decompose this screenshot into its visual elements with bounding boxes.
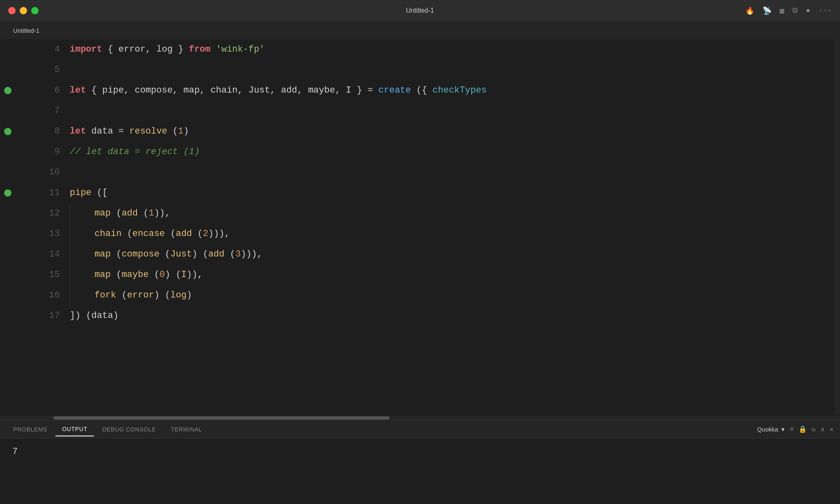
close-panel-icon[interactable]: ✕ <box>829 425 833 434</box>
list-icon[interactable]: ≡ <box>790 426 794 433</box>
code-line-15: map ( maybe ( 0 ) ( I ) ) , <box>70 265 834 285</box>
breakpoint-line11[interactable] <box>4 189 11 197</box>
horizontal-scrollbar-thumb[interactable] <box>53 416 390 420</box>
chevron-up-icon[interactable]: ∧ <box>821 425 825 434</box>
breakpoint-line6[interactable] <box>4 87 11 94</box>
code-line-12: map ( add ( 1 ) ) , <box>70 203 834 224</box>
horizontal-scrollbar-area <box>0 416 840 420</box>
flame-icon[interactable]: 🔥 <box>745 6 754 15</box>
close-button[interactable] <box>8 7 16 14</box>
breakpoint-line8[interactable] <box>4 128 11 135</box>
editor-area: 4 5 6 7 8 9 10 11 12 13 14 15 16 17 impo… <box>0 39 840 415</box>
refresh-icon[interactable]: ↻ <box>812 425 816 434</box>
code-line-17: ] ) ( data ) <box>70 306 834 326</box>
code-line-14: map ( compose ( Just ) ( add ( 3 ) ) ) , <box>70 244 834 265</box>
title-bar: Untitled-1 🔥 📡 ▦ ⧉ ● ··· <box>0 0 840 21</box>
minimize-button[interactable] <box>20 7 27 14</box>
code-line-5 <box>70 60 834 80</box>
code-line-11: pipe ( [ <box>70 183 834 203</box>
tab-debug-console[interactable]: DEBUG CONSOLE <box>96 423 162 436</box>
split-icon[interactable]: ⧉ <box>792 7 798 15</box>
bottom-panel: PROBLEMS OUTPUT DEBUG CONSOLE TERMINAL Q… <box>0 420 840 504</box>
maximize-button[interactable] <box>31 7 39 14</box>
code-content[interactable]: import { error, log } from 'wink-fp' let… <box>70 39 834 415</box>
window-title: Untitled-1 <box>406 7 434 14</box>
chevron-down-icon: ▾ <box>781 426 785 433</box>
panel-content: 7 <box>0 438 840 504</box>
circle-icon: ● <box>806 7 810 15</box>
tab-terminal[interactable]: TERMINAL <box>164 423 208 436</box>
traffic-lights <box>8 7 39 14</box>
editor-tab[interactable]: Untitled-1 <box>7 24 46 37</box>
vertical-scrollbar[interactable] <box>834 39 840 415</box>
code-line-6: let { pipe, compose, map, chain, Just, a… <box>70 80 834 101</box>
code-line-9: // let data = reject (1) <box>70 142 834 162</box>
dropdown-label: Quokka <box>757 426 778 433</box>
code-line-10 <box>70 162 834 183</box>
output-source-dropdown[interactable]: Quokka ▾ <box>757 426 785 433</box>
output-number: 7 <box>12 447 18 457</box>
broadcast-icon[interactable]: 📡 <box>762 6 772 15</box>
code-line-4: import { error, log } from 'wink-fp' <box>70 39 834 60</box>
code-line-8: let data = resolve ( 1 ) <box>70 121 834 142</box>
panel-actions: Quokka ▾ ≡ 🔒 ↻ ∧ ✕ <box>757 425 833 434</box>
code-line-13: chain ( encase ( add ( 2 ) ) ) , <box>70 224 834 244</box>
tab-output[interactable]: OUTPUT <box>55 422 94 436</box>
layout-icon[interactable]: ▦ <box>780 6 784 15</box>
panel-tabs: PROBLEMS OUTPUT DEBUG CONSOLE TERMINAL Q… <box>0 420 840 438</box>
code-line-7 <box>70 101 834 121</box>
tab-problems[interactable]: PROBLEMS <box>7 423 54 436</box>
lock-icon[interactable]: 🔒 <box>799 425 807 434</box>
title-bar-actions: 🔥 📡 ▦ ⧉ ● ··· <box>745 6 832 15</box>
code-line-16: fork ( error ) ( log ) <box>70 285 834 306</box>
tab-bar: Untitled-1 <box>0 21 840 39</box>
line-numbers: 4 5 6 7 8 9 10 11 12 13 14 15 16 17 <box>37 39 70 415</box>
more-icon[interactable]: ··· <box>819 7 832 15</box>
